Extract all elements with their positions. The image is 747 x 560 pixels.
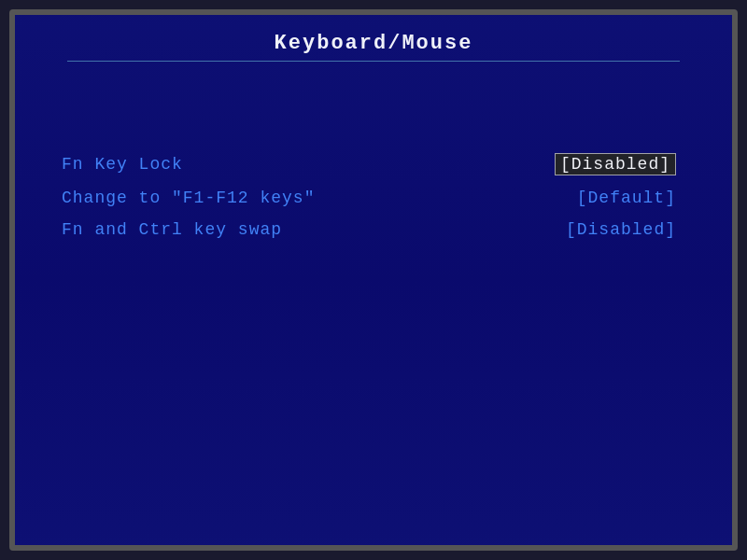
label-fn-key-lock: Fn Key Lock (62, 155, 183, 174)
label-fn-ctrl-swap: Fn and Ctrl key swap (62, 220, 282, 239)
value-fn-ctrl-swap[interactable]: [Disabled] (566, 220, 676, 239)
title-area: Keyboard/Mouse (15, 15, 732, 67)
label-change-f1-f12: Change to "F1-F12 keys" (62, 189, 315, 207)
bios-screen: Keyboard/Mouse Fn Key Lock [Disabled] Ch… (9, 9, 738, 551)
content-area: Fn Key Lock [Disabled] Change to "F1-F12… (15, 67, 732, 545)
value-fn-key-lock[interactable]: [Disabled] (555, 153, 676, 175)
value-change-f1-f12[interactable]: [Default] (577, 189, 676, 207)
row-fn-ctrl-swap[interactable]: Fn and Ctrl key swap [Disabled] (62, 218, 695, 241)
row-fn-key-lock[interactable]: Fn Key Lock [Disabled] (62, 151, 695, 177)
page-title: Keyboard/Mouse (34, 32, 713, 55)
title-divider (67, 61, 679, 62)
row-change-f1-f12[interactable]: Change to "F1-F12 keys" [Default] (62, 187, 695, 209)
